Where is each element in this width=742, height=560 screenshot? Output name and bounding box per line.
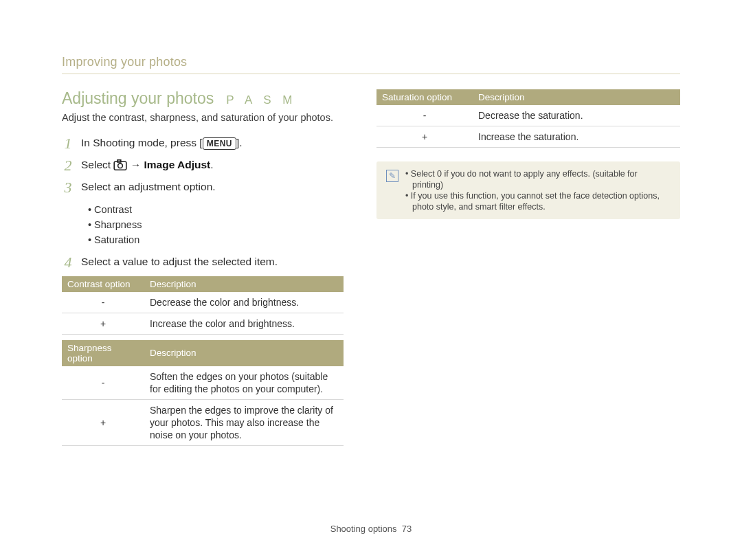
arrow-icon: →	[127, 159, 144, 170]
note-item: If you use this function, you cannot set…	[405, 190, 671, 212]
svg-rect-1	[117, 160, 121, 162]
note-list: Select 0 if you do not want to apply any…	[405, 168, 671, 212]
step-number: 2	[62, 157, 74, 174]
menu-key-icon: MENU	[203, 137, 236, 150]
description-cell: Increase the saturation.	[473, 126, 680, 148]
note-icon: ✎	[386, 170, 398, 182]
step-3: 3 Select an adjustment option.	[62, 179, 344, 196]
step-1: 1 In Shooting mode, press [MENU].	[62, 135, 344, 152]
footer-page-number: 73	[402, 524, 412, 534]
description-cell: Soften the edges on your photos (suitabl…	[144, 366, 344, 400]
note-box: ✎ Select 0 if you do not want to apply a…	[376, 161, 680, 219]
note-bold: 0	[437, 169, 442, 179]
table-row: + Sharpen the edges to improve the clari…	[62, 399, 344, 445]
table-header: Contrast option	[62, 276, 144, 292]
option-cell: -	[62, 292, 144, 313]
step2-post: .	[210, 159, 213, 170]
page-footer: Shooting options 73	[0, 524, 742, 534]
breadcrumb: Improving your photos	[62, 55, 680, 74]
saturation-table: Saturation option Description - Decrease…	[376, 89, 680, 148]
table-row: - Decrease the color and brightness.	[62, 292, 344, 313]
section-title-text: Adjusting your photos	[62, 89, 214, 108]
contrast-table: Contrast option Description - Decrease t…	[62, 276, 344, 335]
option-cell: +	[376, 126, 473, 148]
table-header: Saturation option	[376, 89, 473, 105]
table-row: - Decrease the saturation.	[376, 105, 680, 126]
step1-pre: In Shooting mode, press [	[81, 137, 203, 148]
table-row: + Increase the color and brightness.	[62, 313, 344, 334]
step-2: 2 Select → Image Adjust.	[62, 157, 344, 174]
step-text: Select an adjustment option.	[81, 179, 216, 194]
right-column: Saturation option Description - Decrease…	[376, 89, 680, 446]
step1-post: ].	[236, 137, 243, 148]
sharpness-table: Sharpness option Description - Soften th…	[62, 340, 344, 446]
step-text: In Shooting mode, press [MENU].	[81, 135, 243, 150]
step2-bold: Image Adjust	[144, 159, 211, 170]
footer-section: Shooting options	[330, 524, 397, 534]
option-cell: -	[62, 366, 144, 400]
description-cell: Increase the color and brightness.	[144, 313, 344, 334]
option-cell: -	[376, 105, 473, 126]
adjustment-bullets: Contrast Sharpness Saturation	[88, 202, 344, 247]
bullet-sharpness: Sharpness	[88, 217, 344, 232]
step-number: 3	[62, 179, 74, 196]
camera-icon	[113, 159, 127, 170]
section-intro: Adjust the contrast, sharpness, and satu…	[62, 112, 344, 123]
left-column: Adjusting your photos P A S M Adjust the…	[62, 89, 344, 446]
step-text: Select a value to adjust the selected it…	[81, 254, 278, 269]
table-header: Description	[144, 340, 344, 366]
description-cell: Decrease the color and brightness.	[144, 292, 344, 313]
step-number: 1	[62, 135, 74, 152]
table-row: - Soften the edges on your photos (suita…	[62, 366, 344, 400]
section-title: Adjusting your photos P A S M	[62, 89, 344, 108]
bullet-contrast: Contrast	[88, 202, 344, 217]
table-header: Sharpness option	[62, 340, 144, 366]
step-number: 4	[62, 254, 74, 271]
table-header: Description	[144, 276, 344, 292]
svg-point-2	[118, 164, 123, 168]
note-item: Select 0 if you do not want to apply any…	[405, 168, 671, 190]
table-row: + Increase the saturation.	[376, 126, 680, 148]
option-cell: +	[62, 313, 144, 334]
description-cell: Sharpen the edges to improve the clarity…	[144, 399, 344, 445]
table-header: Description	[473, 89, 680, 105]
content-columns: Adjusting your photos P A S M Adjust the…	[62, 89, 680, 446]
step2-pre: Select	[81, 159, 113, 170]
option-cell: +	[62, 399, 144, 445]
svg-rect-0	[115, 161, 127, 170]
mode-badge: P A S M	[226, 93, 296, 107]
description-cell: Decrease the saturation.	[473, 105, 680, 126]
step-text: Select → Image Adjust.	[81, 157, 214, 172]
bullet-saturation: Saturation	[88, 232, 344, 247]
step-4: 4 Select a value to adjust the selected …	[62, 254, 344, 271]
